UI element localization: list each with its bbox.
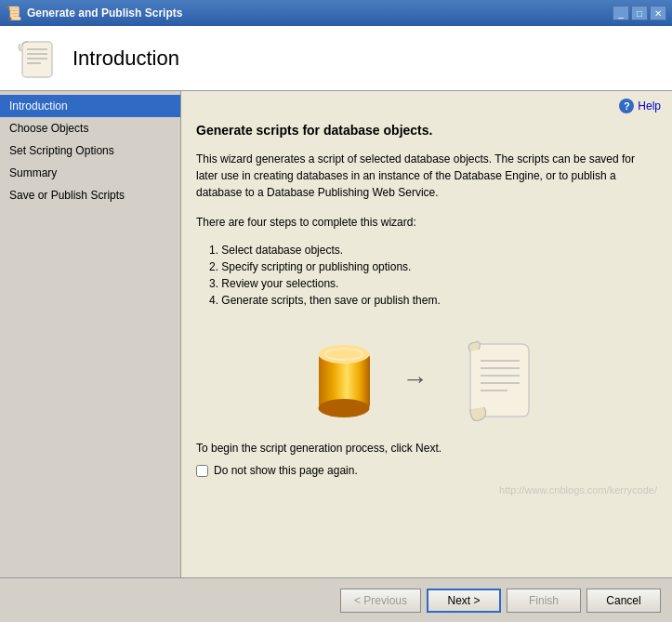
close-button[interactable]: ✕ — [650, 6, 666, 20]
sidebar-item-save-publish[interactable]: Save or Publish Scripts — [0, 184, 180, 206]
step-2: 2. Specify scripting or publishing optio… — [205, 260, 657, 273]
scroll-icon — [456, 335, 540, 423]
minimize-button[interactable]: _ — [613, 6, 629, 20]
header-scroll-icon — [15, 36, 59, 81]
page-title: Introduction — [72, 46, 179, 71]
dont-show-label: Do not show this page again. — [214, 464, 358, 477]
bottom-section: To begin the script generation process, … — [196, 442, 657, 496]
checkbox-row: Do not show this page again. — [196, 464, 657, 477]
svg-point-6 — [318, 399, 369, 417]
help-link[interactable]: ? Help — [619, 99, 661, 113]
steps-list: 1. Select database objects. 2. Specify s… — [205, 244, 657, 307]
maximize-button[interactable]: □ — [631, 6, 648, 20]
content-heading: Generate scripts for database objects. — [196, 123, 657, 138]
svg-rect-0 — [22, 42, 52, 77]
database-icon — [314, 337, 375, 421]
content-paragraph1: This wizard generates a script of select… — [196, 151, 642, 201]
sidebar-item-choose-objects[interactable]: Choose Objects — [0, 117, 180, 139]
arrow-icon: → — [402, 364, 428, 394]
illustration: → — [196, 335, 657, 423]
step-3: 3. Review your selections. — [205, 277, 657, 290]
dialog-header: Introduction — [0, 26, 672, 91]
sidebar-item-set-scripting-options[interactable]: Set Scripting Options — [0, 139, 180, 162]
title-bar: 📜 Generate and Publish Scripts _ □ ✕ — [0, 0, 672, 26]
step-1: 1. Select database objects. — [205, 244, 657, 257]
dialog: Introduction Introduction Choose Objects… — [0, 26, 672, 622]
dialog-footer: < Previous Next > Finish Cancel — [0, 577, 672, 622]
cancel-button[interactable]: Cancel — [586, 589, 661, 613]
dialog-body: Introduction Choose Objects Set Scriptin… — [0, 91, 672, 577]
next-button[interactable]: Next > — [427, 589, 501, 613]
window-controls[interactable]: _ □ ✕ — [613, 6, 666, 20]
content-area: ? Help Generate scripts for database obj… — [181, 91, 672, 577]
title-icon: 📜 — [6, 6, 21, 20]
finish-button[interactable]: Finish — [507, 589, 581, 613]
begin-text: To begin the script generation process, … — [196, 442, 657, 455]
sidebar-item-introduction[interactable]: Introduction — [0, 95, 180, 117]
step-4: 4. Generate scripts, then save or publis… — [205, 294, 657, 307]
sidebar-item-summary[interactable]: Summary — [0, 162, 180, 184]
help-icon: ? — [619, 99, 634, 113]
sidebar: Introduction Choose Objects Set Scriptin… — [0, 91, 181, 577]
steps-intro: There are four steps to complete this wi… — [196, 214, 642, 231]
previous-button[interactable]: < Previous — [340, 589, 421, 613]
window-title: Generate and Publish Scripts — [27, 7, 182, 20]
dont-show-checkbox[interactable] — [196, 465, 208, 477]
watermark-url: http://www.cnblogs.com/kerrycode/ — [196, 484, 657, 496]
